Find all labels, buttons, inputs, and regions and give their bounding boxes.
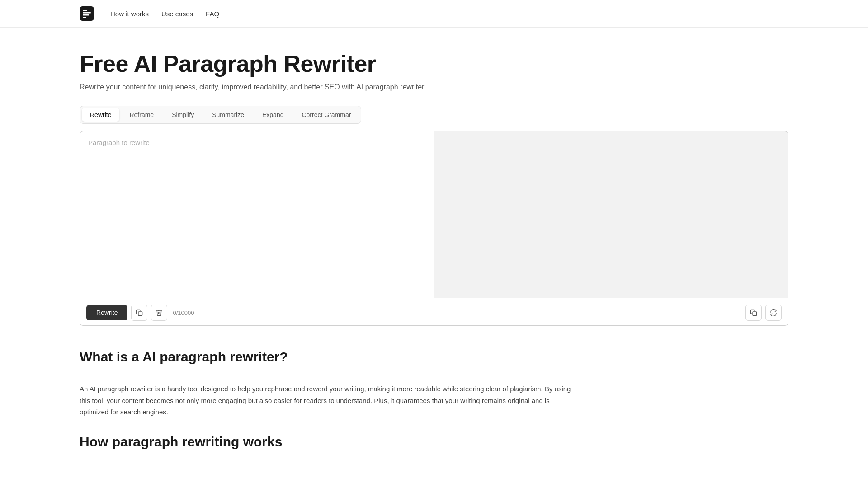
- page-title: Free AI Paragraph Rewriter: [80, 51, 788, 77]
- tab-correct-grammar[interactable]: Correct Grammar: [293, 108, 359, 122]
- tab-expand[interactable]: Expand: [254, 108, 292, 122]
- svg-rect-4: [83, 17, 86, 18]
- toolbar-left: Rewrite 0/10000: [80, 300, 434, 326]
- section1-heading: What is a AI paragraph rewriter?: [80, 349, 788, 365]
- tab-reframe[interactable]: Reframe: [121, 108, 162, 122]
- page-subtitle: Rewrite your content for uniqueness, cla…: [80, 83, 788, 91]
- output-area: [434, 131, 788, 298]
- input-textarea[interactable]: [80, 131, 434, 298]
- main-content: Free AI Paragraph Rewriter Rewrite your …: [0, 28, 868, 477]
- section2-heading: How paragraph rewriting works: [80, 434, 788, 450]
- tab-simplify[interactable]: Simplify: [164, 108, 202, 122]
- tab-summarize[interactable]: Summarize: [204, 108, 252, 122]
- tab-rewrite[interactable]: Rewrite: [82, 108, 119, 122]
- svg-rect-5: [138, 312, 142, 316]
- logo[interactable]: [80, 6, 94, 21]
- trash-icon: [156, 309, 163, 316]
- delete-input-button[interactable]: [151, 305, 167, 321]
- input-editor: [80, 131, 434, 300]
- regenerate-button[interactable]: [765, 305, 782, 321]
- copy-output-button[interactable]: [745, 305, 762, 321]
- svg-rect-2: [83, 12, 91, 14]
- copy-output-icon: [750, 309, 757, 316]
- section1-body: An AI paragraph rewriter is a handy tool…: [80, 383, 577, 418]
- char-count: 0/10000: [173, 310, 194, 316]
- nav-faq[interactable]: FAQ: [206, 10, 219, 18]
- toolbar-right: [434, 300, 789, 326]
- editors-row: [80, 131, 788, 300]
- nav-how-it-works[interactable]: How it works: [110, 10, 149, 18]
- copy-icon: [136, 309, 143, 316]
- svg-rect-0: [80, 6, 94, 21]
- info-section: What is a AI paragraph rewriter? An AI p…: [80, 349, 788, 450]
- svg-rect-3: [83, 14, 89, 16]
- svg-rect-6: [753, 312, 757, 316]
- navbar: How it works Use cases FAQ: [0, 0, 868, 28]
- rewrite-button[interactable]: Rewrite: [86, 305, 127, 320]
- refresh-icon: [770, 309, 777, 316]
- divider1: [80, 373, 788, 373]
- svg-rect-1: [83, 10, 87, 11]
- tabs-container: Rewrite Reframe Simplify Summarize Expan…: [80, 106, 361, 124]
- nav-use-cases[interactable]: Use cases: [161, 10, 193, 18]
- output-editor: [434, 131, 788, 300]
- copy-input-button[interactable]: [131, 305, 147, 321]
- toolbar-row: Rewrite 0/10000: [80, 300, 788, 326]
